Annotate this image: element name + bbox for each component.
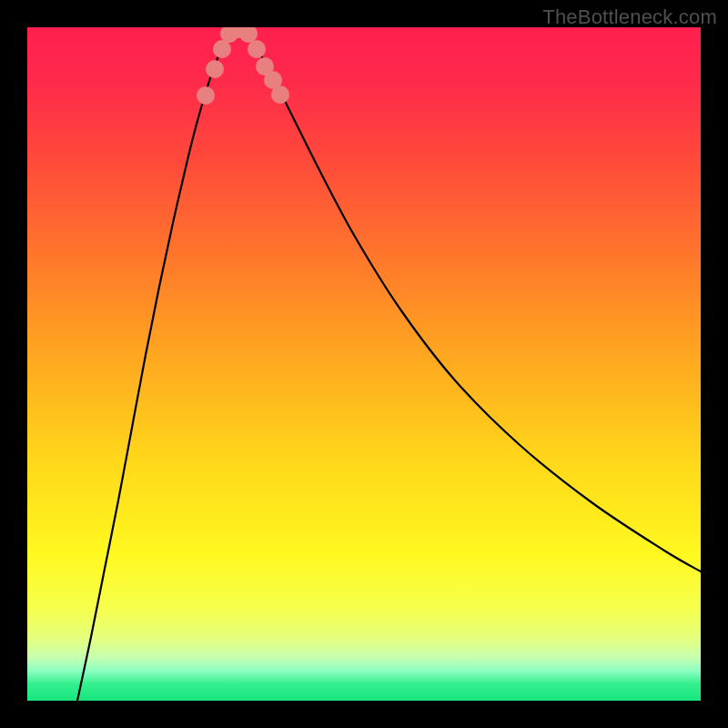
watermark-text: TheBottleneck.com <box>542 5 717 29</box>
marker-dot <box>197 86 215 105</box>
outer-frame: TheBottleneck.com <box>0 0 728 728</box>
marker-dot <box>206 60 224 78</box>
marker-dot <box>248 40 266 58</box>
marker-dot <box>213 40 231 58</box>
chart-plot-area <box>27 27 701 701</box>
gradient-background <box>27 27 701 701</box>
marker-dot <box>271 86 289 104</box>
chart-svg <box>27 27 701 701</box>
